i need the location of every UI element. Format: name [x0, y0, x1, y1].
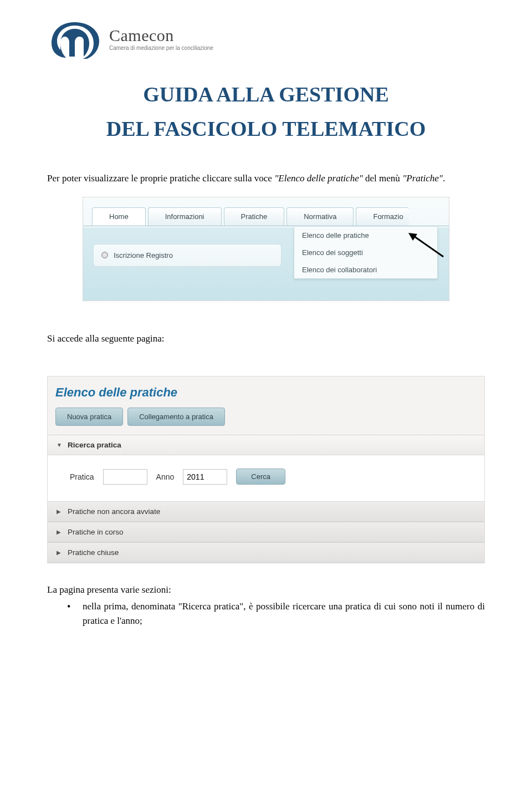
bullet-text-b: "Ricerca pratica" — [178, 601, 244, 612]
tab-normativa[interactable]: Normativa — [287, 207, 354, 226]
input-anno[interactable] — [183, 469, 227, 485]
bullet-text-a: nella prima, denominata — [83, 601, 178, 612]
intro-text-a: Per poter visualizzare le proprie pratic… — [47, 173, 274, 184]
accordion-chiuse[interactable]: ▶ Pratiche chiuse — [48, 542, 484, 563]
chevron-right-icon: ▶ — [57, 549, 62, 556]
pratiche-dropdown: Elenco delle pratiche Elenco dei soggett… — [294, 227, 438, 279]
dropdown-item-elenco-soggetti[interactable]: Elenco dei soggetti — [294, 244, 437, 261]
collegamento-pratica-button[interactable]: Collegamento a pratica — [127, 408, 225, 426]
logo-mark-icon — [47, 17, 103, 60]
outro-list: nella prima, denominata "Ricerca pratica… — [47, 599, 485, 629]
intro-text-b: "Elenco delle pratiche" — [274, 173, 363, 184]
accordion-ricerca-pratica[interactable]: ▼ Ricerca pratica — [48, 435, 484, 455]
accordion-chiuse-label: Pratiche chiuse — [68, 548, 119, 557]
page-title-line2: DEL FASCICOLO TELEMATICO — [47, 116, 485, 141]
dropdown-item-elenco-collaboratori[interactable]: Elenco dei collaboratori — [294, 261, 437, 278]
logo-text: Camecon Camera di mediazione per la conc… — [109, 26, 213, 51]
tab-home[interactable]: Home — [92, 207, 146, 226]
accordion-ricerca-label: Ricerca pratica — [68, 441, 121, 449]
intro-paragraph: Per poter visualizzare le proprie pratic… — [47, 171, 485, 186]
mid-text: Si accede alla seguente pagina: — [47, 332, 485, 346]
dropdown-item-elenco-pratiche[interactable]: Elenco delle pratiche — [294, 227, 437, 244]
sidebar-iscrizione-label: Iscrizione Registro — [114, 251, 173, 259]
outro-text: La pagina presenta varie sezioni: — [47, 583, 485, 597]
chevron-down-icon: ▼ — [57, 442, 62, 448]
sidebar-iscrizione-registro[interactable]: Iscrizione Registro — [93, 244, 282, 267]
screenshot-elenco-pratiche: Elenco delle pratiche Nuova pratica Coll… — [47, 376, 485, 563]
accordion-in-corso-label: Pratiche in corso — [68, 528, 124, 536]
tab-pratiche[interactable]: Pratiche — [224, 207, 285, 226]
intro-text-e: . — [443, 173, 445, 184]
input-pratica[interactable] — [103, 469, 147, 485]
tab-formazione[interactable]: Formazio — [356, 207, 408, 226]
logo-tagline: Camera di mediazione per la conciliazion… — [109, 45, 213, 51]
intro-text-d: "Pratiche" — [402, 173, 443, 184]
page-title-line1: GUIDA ALLA GESTIONE — [47, 82, 485, 106]
nav-tabs: Home Informazioni Pratiche Normativa For… — [83, 207, 449, 226]
button-row: Nuova pratica Collegamento a pratica — [48, 402, 484, 435]
tab-informazioni[interactable]: Informazioni — [148, 207, 222, 226]
cerca-button[interactable]: Cerca — [236, 469, 285, 485]
list-item: nella prima, denominata "Ricerca pratica… — [83, 599, 485, 629]
chevron-right-icon: ▶ — [57, 508, 62, 515]
ricerca-form: Pratica Anno Cerca — [48, 455, 484, 501]
screenshot-nav-menu: Home Informazioni Pratiche Normativa For… — [83, 197, 449, 301]
accordion-in-corso[interactable]: ▶ Pratiche in corso — [48, 522, 484, 542]
accordion-non-avviate[interactable]: ▶ Pratiche non ancora avviate — [48, 501, 484, 522]
label-anno: Anno — [156, 472, 175, 481]
label-pratica: Pratica — [70, 472, 94, 481]
logo-brand: Camecon — [109, 26, 213, 45]
elenco-heading: Elenco delle pratiche — [48, 376, 484, 402]
intro-text-c: del menù — [363, 173, 402, 184]
logo-block: Camecon Camera di mediazione per la conc… — [47, 17, 485, 60]
nuova-pratica-button[interactable]: Nuova pratica — [55, 408, 123, 426]
accordion-non-avviate-label: Pratiche non ancora avviate — [68, 507, 160, 516]
radio-icon — [101, 252, 108, 258]
chevron-right-icon: ▶ — [57, 529, 62, 535]
